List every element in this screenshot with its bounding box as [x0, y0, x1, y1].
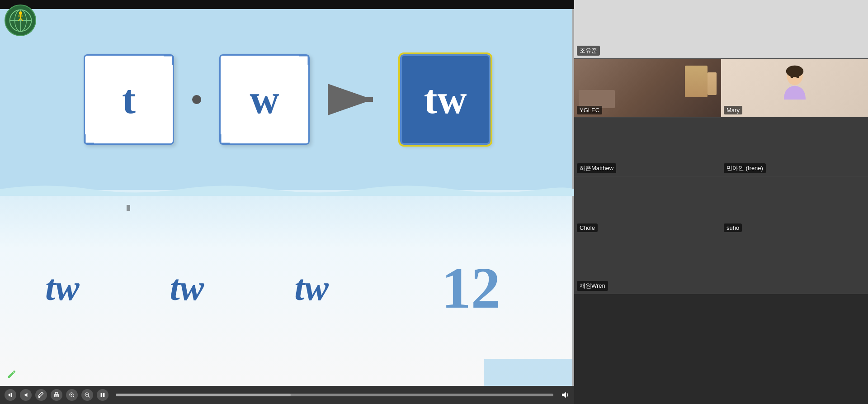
svg-line-8 — [20, 18, 23, 21]
svg-marker-26 — [562, 392, 566, 398]
room-decor-3 — [579, 90, 615, 108]
letter-tw-combined: tw — [424, 76, 467, 123]
section-divider — [0, 182, 574, 196]
playback-controls — [0, 386, 574, 404]
svg-line-18 — [73, 396, 74, 397]
slide-lower-section: tw tw tw 12 — [0, 190, 574, 386]
participant-name-matthew: 하은Matthew — [577, 163, 616, 173]
svg-line-22 — [88, 396, 90, 397]
tw-text-3: tw — [294, 267, 329, 309]
participant-tile-suho: suho — [721, 176, 868, 235]
volume-button[interactable] — [561, 390, 570, 399]
pause-button[interactable] — [97, 389, 108, 401]
participant-name-suho: suho — [724, 223, 742, 232]
letter-t: t — [122, 76, 136, 123]
svg-rect-16 — [55, 395, 57, 397]
progress-bar[interactable] — [116, 394, 553, 396]
svg-point-28 — [786, 66, 803, 77]
letter-w-box: w — [219, 54, 310, 145]
letter-t-box: t — [84, 54, 174, 145]
svg-rect-25 — [103, 393, 105, 397]
participants-row-1: 조유준 — [574, 0, 868, 59]
print-button[interactable] — [51, 389, 62, 401]
zoom-out-button[interactable] — [81, 389, 93, 401]
svg-rect-24 — [101, 393, 103, 397]
participants-panel: 조유준 YGLEC — [574, 0, 868, 404]
participant-tile-yglec: YGLEC — [574, 59, 721, 118]
app-logo — [5, 5, 36, 36]
participant-name-irene: 민아인 (Irene) — [724, 163, 766, 173]
room-decor-2 — [708, 72, 717, 95]
pen-edit-icon[interactable] — [7, 369, 17, 381]
participant-tile-joyujun: 조유준 — [574, 0, 868, 59]
mary-video-bg — [721, 59, 868, 117]
back-button[interactable] — [20, 389, 32, 401]
progress-fill — [116, 394, 291, 396]
participants-row-3: 하은Matthew 민아인 (Irene) — [574, 118, 868, 176]
letter-tw-combined-box: tw — [400, 54, 491, 145]
rewind-button[interactable] — [5, 389, 16, 401]
svg-rect-12 — [11, 393, 12, 397]
tw-text-1: tw — [45, 267, 80, 309]
zoom-in-button[interactable] — [66, 389, 78, 401]
main-content-area: t w — [0, 0, 574, 404]
slide-upper-section: t w — [0, 9, 574, 190]
participant-tile-chole: Chole — [574, 176, 721, 235]
slide-decoration-box — [484, 359, 574, 386]
svg-point-29 — [790, 75, 793, 78]
svg-point-4 — [19, 11, 22, 14]
participants-row-4: Chole suho — [574, 176, 868, 235]
participants-row-5: 재원Wren — [574, 235, 868, 294]
svg-point-30 — [796, 75, 799, 78]
participant-tile-irene: 민아인 (Irene) — [721, 118, 868, 176]
cursor-pointer — [127, 205, 130, 211]
tw-text-2: tw — [170, 267, 204, 309]
arrow-right — [328, 81, 382, 118]
slide-number: 12 — [442, 254, 500, 322]
svg-line-7 — [18, 18, 20, 21]
participant-tile-mary: Mary — [721, 59, 868, 118]
letter-w: w — [250, 76, 279, 123]
edit-button[interactable] — [35, 389, 47, 401]
svg-marker-13 — [24, 393, 28, 397]
participant-name-jaewon: 재원Wren — [577, 281, 608, 291]
participant-name-joyujun: 조유준 — [577, 46, 600, 56]
participant-tile-matthew: 하은Matthew — [574, 118, 721, 176]
dot-separator — [192, 95, 201, 104]
room-decor-1 — [685, 66, 708, 97]
svg-marker-11 — [8, 393, 10, 397]
participants-row-2: YGLEC Mary — [574, 59, 868, 118]
participant-name-yglec: YGLEC — [577, 106, 602, 114]
participant-name-mary: Mary — [724, 106, 742, 114]
participant-name-chole: Chole — [577, 223, 598, 232]
participant-tile-jaewon: 재원Wren — [574, 235, 868, 294]
slide-display: t w — [0, 9, 574, 386]
